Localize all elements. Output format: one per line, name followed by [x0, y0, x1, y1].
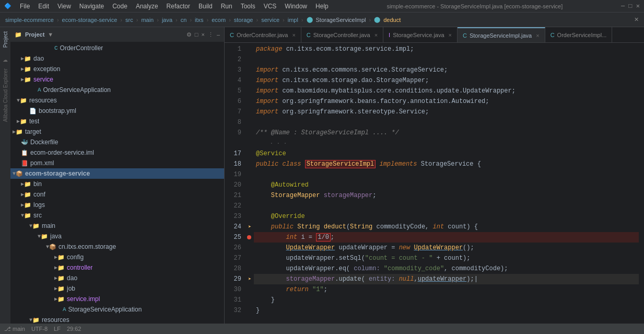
tree-item-resources[interactable]: 📁 resources — [10, 95, 224, 106]
tree-item-dao2[interactable]: 📁 dao — [10, 273, 224, 283]
dockerfile-icon: 🐳 — [21, 139, 28, 146]
breakpoint-indicator[interactable] — [247, 235, 251, 239]
tab-close-storage-controller[interactable]: × — [374, 32, 378, 38]
menu-navigate[interactable]: Navigate — [79, 3, 104, 10]
breadcrumb-method-icon: ⬤ — [374, 16, 380, 23]
breadcrumb-cn[interactable]: cn — [181, 17, 187, 23]
tree-item-resources2[interactable]: 📁 resources — [10, 315, 224, 324]
code-line-3: import cn.itxs.ecom.commons.service.Stor… — [254, 65, 639, 75]
tree-item-dockerfile[interactable]: 🐳 Dockerfile — [10, 137, 224, 147]
breadcrumb-class[interactable]: StorageServiceImpl — [316, 17, 366, 23]
tree-item-service-impl[interactable]: 📁 service.impl — [10, 294, 224, 304]
tree-expand-icon[interactable]: □ — [195, 31, 198, 38]
tree-item-dao[interactable]: 📁 dao — [10, 53, 224, 64]
status-branch[interactable]: ⎇ main — [4, 326, 25, 332]
tree-item-order-service-app[interactable]: A OrderServiceApplication — [10, 85, 224, 95]
breadcrumb-root[interactable]: simple-ecommerce — [5, 17, 54, 23]
menu-file[interactable]: File — [20, 3, 30, 10]
tab-icon-order-controller: C — [230, 32, 234, 38]
tree-item-target[interactable]: 📁 target — [10, 126, 224, 137]
menu-help[interactable]: Help — [315, 3, 329, 10]
tab-close-storage-service[interactable]: × — [449, 32, 452, 38]
project-label: Project — [25, 31, 44, 38]
breadcrumb-main[interactable]: main — [141, 17, 154, 23]
tab-storage-service-impl[interactable]: C StorageServiceImpl.java × — [458, 27, 545, 42]
menu-code[interactable]: Code — [112, 3, 127, 10]
code-line-27: updateWrapper.setSql("count = count - " … — [254, 253, 639, 263]
code-line-2 — [254, 54, 639, 65]
tree-item-java[interactable]: 📁 java — [10, 231, 224, 241]
class-icon: C — [54, 45, 58, 51]
breadcrumb-impl[interactable]: impl — [288, 17, 298, 23]
project-folder-icon: 📁 — [15, 31, 22, 38]
folder-icon-exception: 📁 — [24, 66, 31, 73]
breadcrumb-itxs[interactable]: itxs — [195, 17, 204, 23]
breadcrumb-java[interactable]: java — [162, 17, 172, 23]
tree-item-conf[interactable]: 📁 conf — [10, 189, 224, 200]
tree-item-ecom-order-iml[interactable]: 📋 ecom-order-service.iml — [10, 147, 224, 158]
breadcrumb-src[interactable]: src — [125, 17, 133, 23]
menu-run[interactable]: Run — [221, 3, 232, 10]
tab-storage-controller[interactable]: C StorageController.java × — [301, 27, 383, 42]
tree-item-bootstrap-yml[interactable]: 📄 bootstrap.yml — [10, 106, 224, 116]
tab-close-storage-service-impl[interactable]: × — [536, 32, 539, 39]
menu-window[interactable]: Window — [285, 3, 307, 10]
tree-item-storage-service-app[interactable]: A StorageServiceApplication — [10, 304, 224, 315]
project-dropdown-icon[interactable]: ▼ — [48, 31, 53, 38]
tree-item-service[interactable]: 📁 service — [10, 74, 224, 85]
menu-refactor[interactable]: Refactor — [167, 3, 190, 10]
tree-item-src[interactable]: 📁 src — [10, 210, 224, 221]
pom-icon: 📕 — [21, 160, 28, 167]
code-line-7: import org.springframework.stereotype.Se… — [254, 107, 639, 117]
code-line-26: UpdateWrapper updateWrapper = new Update… — [254, 243, 639, 253]
code-line-21: StorageMapper storageMapper; — [254, 190, 639, 201]
tree-more-icon[interactable]: ⋮ — [208, 31, 214, 38]
breadcrumb-service[interactable]: service — [261, 17, 279, 23]
window-controls[interactable]: — □ ✕ — [621, 2, 640, 10]
breadcrumb-method[interactable]: deduct — [383, 17, 401, 23]
tree-item-logs[interactable]: 📁 logs — [10, 200, 224, 210]
tree-item-config[interactable]: 📁 config — [10, 252, 224, 262]
sidebar-alibaba-tab[interactable]: Alibaba Cloud Explorer — [3, 68, 8, 122]
menu-vcs[interactable]: VCS — [264, 3, 277, 10]
package-icon: 📦 — [49, 244, 56, 250]
breadcrumb-module[interactable]: ecom-storage-service — [62, 17, 118, 23]
breadcrumb-ecom[interactable]: ecom — [212, 17, 226, 23]
tree-item-test[interactable]: 📁 test — [10, 116, 224, 126]
menu-view[interactable]: View — [57, 3, 71, 10]
breadcrumb-storage[interactable]: storage — [234, 17, 253, 23]
menu-analyze[interactable]: Analyze — [136, 3, 158, 10]
tree-item-order-controller[interactable]: C OrderController — [10, 43, 224, 53]
tree-hide-icon[interactable]: – — [217, 31, 220, 38]
close-nav-icon[interactable]: ✕ — [634, 16, 639, 23]
code-editor[interactable]: package cn.itxs.ecom.storage.service.imp… — [254, 43, 639, 324]
folder-icon-controller: 📁 — [57, 264, 65, 271]
menu-edit[interactable]: Edit — [38, 3, 49, 10]
tab-order-service-impl[interactable]: C OrderServiceImpl... — [545, 27, 613, 42]
tree-item-pom[interactable]: 📕 pom.xml — [10, 158, 224, 168]
menu-tools[interactable]: Tools — [241, 3, 255, 10]
menu-build[interactable]: Build — [198, 3, 213, 10]
right-scrollbar[interactable] — [639, 43, 644, 324]
sidebar-icon-1[interactable]: ☁ — [3, 54, 8, 64]
tree-settings-icon[interactable]: ⚙ — [186, 31, 192, 38]
sidebar-project-tab[interactable]: Project — [2, 29, 9, 50]
folder-icon-bin: 📁 — [24, 181, 31, 188]
tree-collapse-icon[interactable]: × — [201, 31, 204, 38]
tab-order-controller[interactable]: C OrderController.java × — [225, 27, 301, 42]
tree-item-cn-itxs-ecom-storage[interactable]: 📦 cn.itxs.ecom.storage — [10, 241, 224, 252]
app-class-icon: A — [38, 87, 41, 93]
tree-item-job[interactable]: 📁 job — [10, 283, 224, 294]
tab-close-order-controller[interactable]: × — [292, 32, 295, 38]
tree-item-exception[interactable]: 📁 exception — [10, 64, 224, 74]
tree-item-bin[interactable]: 📁 bin — [10, 179, 224, 189]
folder-icon-src: 📁 — [24, 212, 31, 219]
file-tree-body[interactable]: C OrderController 📁 dao 📁 exception 📁 se… — [10, 42, 224, 324]
tree-item-ecom-storage-service[interactable]: 📦 ecom-storage-service — [10, 168, 224, 179]
tree-item-main[interactable]: 📁 main — [10, 221, 224, 231]
code-view[interactable]: 1 2 3 4 5 6 7 8 9 17 18 19 20 21 22 23 2… — [225, 43, 644, 324]
folder-icon-target: 📁 — [16, 129, 23, 135]
tab-storage-service[interactable]: I StorageService.java × — [383, 27, 458, 42]
tree-item-controller[interactable]: 📁 controller — [10, 262, 224, 273]
status-encoding: UTF-8 — [31, 326, 48, 332]
